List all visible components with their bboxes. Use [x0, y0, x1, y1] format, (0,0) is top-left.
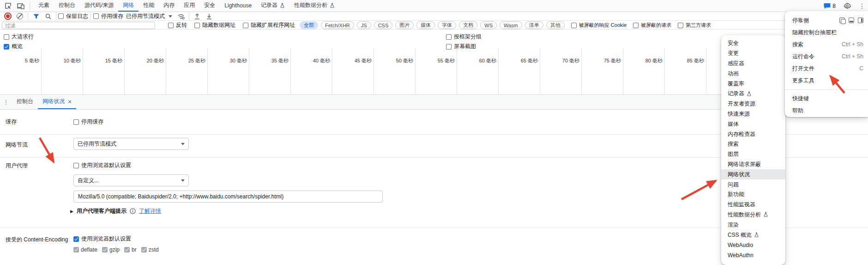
- more-tools-menu-item[interactable]: 搜索: [721, 139, 785, 149]
- panel-tab[interactable]: 内存: [159, 0, 179, 12]
- dock-bottom-icon[interactable]: [849, 18, 854, 23]
- import-har-icon[interactable]: [191, 11, 203, 21]
- more-tools-menu-item[interactable]: 媒体: [721, 119, 785, 129]
- more-tools-menu-item[interactable]: 渲染: [721, 220, 785, 230]
- main-menu-item[interactable]: 停靠侧: [785, 14, 868, 26]
- drawer-tab[interactable]: 控制台 ×: [12, 95, 38, 109]
- ua-string-input[interactable]: [73, 191, 383, 203]
- expander-triangle-icon[interactable]: ▶: [70, 209, 73, 214]
- third-party-requests-checkbox[interactable]: 第三方请求: [678, 22, 711, 29]
- network-conditions-icon[interactable]: [175, 11, 187, 21]
- drawer-tab[interactable]: 网络状况 ×: [38, 95, 76, 109]
- blocked-response-cookies-checkbox[interactable]: 被屏蔽的响应 Cookie: [571, 22, 627, 29]
- filter-input[interactable]: [2, 22, 155, 29]
- ua-use-default-checkbox[interactable]: 使用浏览器默认设置: [73, 161, 131, 169]
- ruler-tick: 65 毫秒: [499, 48, 540, 94]
- throttling-select[interactable]: 已停用节流模式: [73, 138, 189, 150]
- request-type-chip[interactable]: 文档: [459, 21, 477, 29]
- request-type-chip[interactable]: 全部: [300, 21, 318, 29]
- main-menu-item[interactable]: [785, 89, 868, 90]
- more-tools-menu-item[interactable]: 性能监视器: [721, 200, 785, 210]
- hide-data-urls-checkbox[interactable]: 隐藏数据网址: [194, 21, 235, 29]
- more-tools-menu-item[interactable]: 动画: [721, 68, 785, 79]
- drawer-tabs: 控制台 × 网络状况 ×: [12, 95, 76, 109]
- more-tools-menu-item[interactable]: 内存检查器: [721, 129, 785, 139]
- panel-tab[interactable]: 源代码/来源: [80, 0, 118, 12]
- more-tools-menu-item[interactable]: CSS 概览: [721, 230, 785, 240]
- more-tools-menu-item[interactable]: WebAudio: [721, 240, 785, 250]
- more-tools-menu-item[interactable]: 安全: [721, 38, 785, 49]
- encoding-use-default-checkbox[interactable]: 使用浏览器默认设置: [73, 235, 131, 243]
- main-menu-item[interactable]: 更多工具: [785, 74, 868, 86]
- checkbox: [58, 13, 64, 19]
- hide-extension-urls-checkbox[interactable]: 隐藏扩展程序网址: [243, 21, 295, 29]
- panel-tab[interactable]: 控制台: [54, 0, 80, 12]
- filter-funnel-icon[interactable]: [30, 11, 42, 21]
- panel-tab[interactable]: 网络: [118, 0, 139, 12]
- ua-preset-select[interactable]: 自定义...: [73, 174, 189, 186]
- drawer-more-tabs-icon[interactable]: ⋮: [0, 95, 12, 109]
- more-tools-menu-item[interactable]: 新功能: [721, 190, 785, 200]
- clear-network-log-icon[interactable]: [14, 11, 26, 21]
- undock-icon[interactable]: [839, 18, 845, 23]
- close-tab-icon[interactable]: ×: [68, 99, 72, 105]
- more-tools-menu-item[interactable]: 网络状况: [721, 169, 785, 179]
- device-toolbar-icon[interactable]: [15, 1, 27, 11]
- search-icon[interactable]: [42, 11, 54, 21]
- panel-tab[interactable]: 安全: [199, 0, 220, 12]
- request-type-chip[interactable]: JS: [357, 21, 371, 29]
- main-menu-item[interactable]: 运行命令 Ctrl + Sh: [785, 50, 868, 62]
- invert-filter-checkbox[interactable]: 反转: [168, 21, 187, 29]
- panel-tab[interactable]: 应用: [179, 0, 199, 12]
- more-tools-menu-item[interactable]: 快速来源: [721, 109, 785, 119]
- experiment-flask-icon: [330, 3, 335, 8]
- request-type-chip[interactable]: Fetch/XHR: [321, 21, 354, 29]
- ruler-tick-label: 55 毫秒: [438, 57, 455, 64]
- devtools-menu-icon[interactable]: ⋮: [859, 2, 865, 10]
- request-type-chip[interactable]: 字体: [438, 21, 456, 29]
- more-tools-menu-item[interactable]: 图层: [721, 149, 785, 160]
- more-tools-menu-item[interactable]: 问题: [721, 179, 785, 190]
- panel-tab[interactable]: 元素: [34, 0, 54, 12]
- panel-tab[interactable]: Lighthouse: [220, 0, 256, 12]
- more-tools-menu-item[interactable]: 变更: [721, 49, 785, 59]
- group-by-frame-checkbox[interactable]: 按框架分组: [446, 33, 482, 41]
- request-type-chip[interactable]: 清单: [525, 21, 543, 29]
- preserve-log-checkbox[interactable]: 保留日志: [58, 12, 88, 20]
- request-type-chip[interactable]: CSS: [374, 21, 393, 29]
- request-type-chip[interactable]: 图片: [395, 21, 414, 29]
- more-tools-menu-item[interactable]: 性能数据分析: [721, 210, 785, 220]
- disable-cache-checkbox[interactable]: 停用缓存: [93, 12, 123, 20]
- more-tools-menu-item[interactable]: 覆盖率: [721, 79, 785, 89]
- learn-more-link[interactable]: 了解详情: [139, 207, 161, 215]
- main-menu-item[interactable]: 帮助: [785, 105, 868, 117]
- record-network-log-icon[interactable]: [2, 11, 14, 21]
- request-type-chip[interactable]: Wasm: [500, 21, 522, 29]
- export-har-icon[interactable]: [203, 11, 215, 21]
- drawer-disable-cache-checkbox[interactable]: 停用缓存: [73, 118, 103, 126]
- more-tools-menu-item[interactable]: 记录器: [721, 89, 785, 99]
- big-request-rows-checkbox[interactable]: 大请求行: [4, 33, 34, 41]
- more-tools-menu-item[interactable]: 感应器: [721, 59, 785, 69]
- panel-tab[interactable]: 记录器: [256, 0, 289, 12]
- panel-tab[interactable]: 性能数据分析: [289, 0, 339, 12]
- main-menu-item[interactable]: 搜索 Ctrl + Sh: [785, 38, 868, 50]
- more-tools-menu-item[interactable]: WebAuthn: [721, 250, 785, 260]
- main-menu-item[interactable]: 隐藏控制台抽屉栏: [785, 26, 868, 38]
- dock-right-icon[interactable]: [858, 18, 863, 23]
- request-type-chip[interactable]: 媒体: [416, 21, 435, 29]
- ua-client-hints-label[interactable]: 用户代理客户端提示: [77, 207, 127, 215]
- main-menu-item[interactable]: 快捷键: [785, 92, 868, 105]
- panel-tab[interactable]: 性能: [139, 0, 159, 12]
- issues-counter[interactable]: 8: [824, 3, 836, 9]
- inspect-element-icon[interactable]: [2, 1, 14, 11]
- main-menu-item[interactable]: 打开文件 C: [785, 62, 868, 74]
- throttling-dropdown[interactable]: 已停用节流模式: [123, 12, 175, 20]
- more-tools-menu-item[interactable]: 开发者资源: [721, 99, 785, 109]
- request-type-chip[interactable]: WS: [480, 21, 497, 29]
- more-tools-menu-item[interactable]: 网络请求屏蔽: [721, 160, 785, 170]
- devtools-tabbar: 元素 控制台 源代码/来源 网络: [0, 0, 868, 12]
- blocked-requests-checkbox[interactable]: 被屏蔽的请求: [633, 22, 671, 29]
- request-type-chip[interactable]: 其他: [546, 21, 565, 29]
- settings-gear-icon[interactable]: [841, 1, 853, 11]
